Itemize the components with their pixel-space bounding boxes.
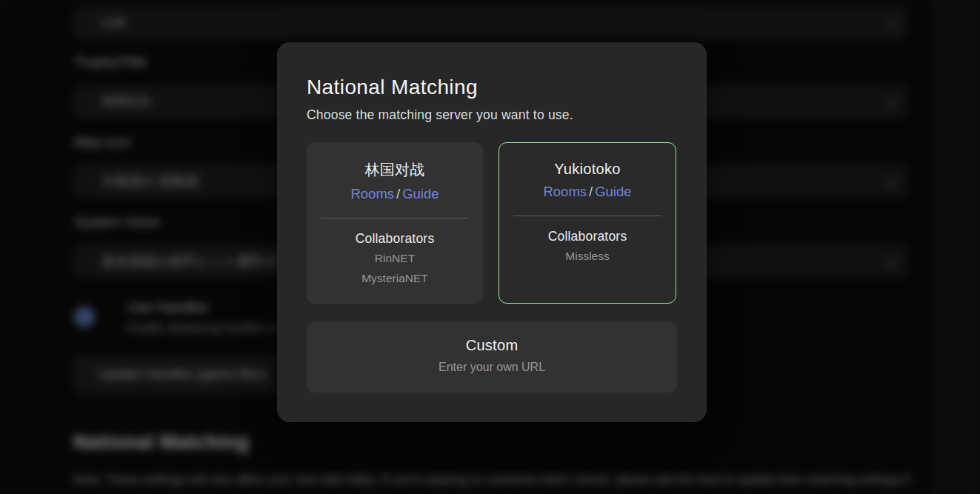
guide-link[interactable]: Guide: [595, 184, 631, 199]
server-name: Yukiotoko: [499, 161, 676, 178]
guide-link[interactable]: Guide: [402, 186, 439, 201]
modal-title: National Matching: [307, 75, 677, 100]
collaborator-name: RinNET: [307, 250, 483, 267]
server-name: 林国对战: [307, 160, 483, 180]
collaborators-heading: Collaborators: [499, 229, 676, 244]
server-option-linguo[interactable]: 林国对战 Rooms/Guide Collaborators RinNET My…: [307, 142, 483, 304]
server-links: Rooms/Guide: [307, 186, 483, 202]
rooms-link[interactable]: Rooms: [350, 186, 394, 201]
modal-subtitle: Choose the matching server you want to u…: [307, 107, 677, 123]
card-divider: [321, 218, 469, 218]
app-window: Link › Trophy/Title WRECK › Map icon 大海原…: [0, 0, 980, 494]
national-matching-modal: National Matching Choose the matching se…: [277, 42, 707, 422]
links-separator: /: [394, 186, 402, 201]
server-links: Rooms/Guide: [499, 184, 676, 200]
collaborator-name: MysteriaNET: [307, 270, 483, 287]
server-option-custom[interactable]: Custom Enter your own URL: [307, 321, 677, 393]
rooms-link[interactable]: Rooms: [543, 184, 587, 199]
custom-option-title: Custom: [307, 321, 677, 354]
card-divider: [513, 216, 661, 216]
links-separator: /: [587, 184, 595, 199]
collaborator-name: Missless: [499, 248, 676, 264]
custom-option-subtitle: Enter your own URL: [307, 361, 677, 374]
collaborators-heading: Collaborators: [307, 231, 483, 247]
server-option-yukiotoko[interactable]: Yukiotoko Rooms/Guide Collaborators Miss…: [499, 142, 676, 304]
server-options-row: 林国对战 Rooms/Guide Collaborators RinNET My…: [307, 142, 677, 304]
